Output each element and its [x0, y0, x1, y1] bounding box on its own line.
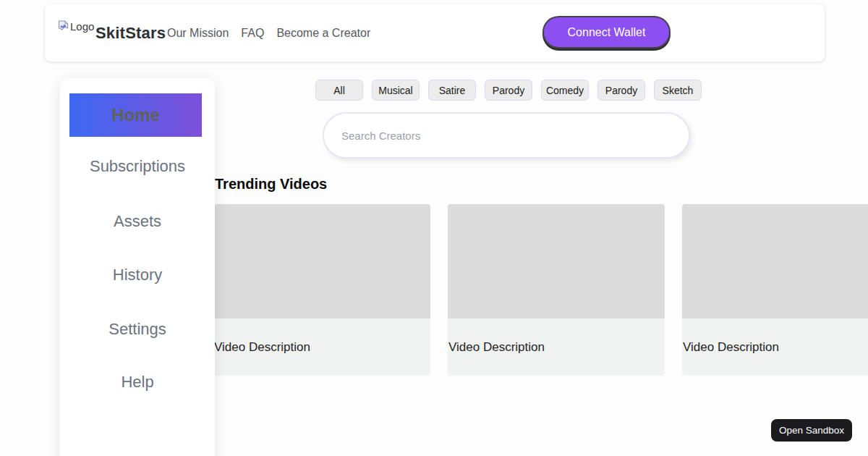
- nav-links: Our Mission FAQ Become a Creator: [167, 4, 370, 62]
- nav-link-become-a-creator[interactable]: Become a Creator: [276, 27, 370, 40]
- video-description: Video Description: [213, 340, 310, 355]
- sidebar: Home Subscriptions Assets History Settin…: [60, 78, 215, 456]
- filter-chip-parody-1[interactable]: Parody: [485, 80, 532, 101]
- video-description: Video Description: [448, 340, 545, 355]
- navbar: Logo SkitStars Our Mission FAQ Become a …: [45, 4, 825, 62]
- filter-chip-comedy[interactable]: Comedy: [541, 80, 589, 101]
- sidebar-item-help[interactable]: Help: [60, 372, 215, 392]
- broken-image-icon: [58, 20, 69, 33]
- sidebar-item-history[interactable]: History: [60, 265, 215, 285]
- sidebar-item-assets[interactable]: Assets: [60, 211, 215, 232]
- video-thumbnail[interactable]: [448, 204, 665, 318]
- trending-video-grid: Video Description Video Description Vide…: [213, 204, 868, 376]
- nav-link-our-mission[interactable]: Our Mission: [167, 27, 229, 40]
- connect-wallet-button[interactable]: Connect Wallet: [542, 16, 671, 48]
- sidebar-item-home[interactable]: Home: [69, 93, 202, 137]
- brand-name: SkitStars: [95, 4, 166, 62]
- video-card-body: Video Description: [682, 318, 868, 376]
- filter-chip-parody-2[interactable]: Parody: [597, 80, 645, 101]
- video-thumbnail[interactable]: [213, 204, 430, 318]
- search-input[interactable]: [323, 112, 690, 159]
- video-card-body: Video Description: [448, 318, 665, 376]
- video-card[interactable]: Video Description: [682, 204, 868, 376]
- video-card[interactable]: Video Description: [213, 204, 430, 376]
- video-thumbnail[interactable]: [682, 204, 868, 318]
- filter-chips: All Musical Satire Parody Comedy Parody …: [315, 80, 702, 101]
- filter-chip-musical[interactable]: Musical: [372, 80, 420, 101]
- sidebar-item-settings[interactable]: Settings: [60, 319, 215, 339]
- nav-link-faq[interactable]: FAQ: [241, 27, 264, 40]
- logo-image: Logo: [58, 20, 94, 33]
- video-description: Video Description: [682, 340, 779, 355]
- sidebar-item-subscriptions[interactable]: Subscriptions: [60, 156, 215, 177]
- logo-alt-text: Logo: [70, 20, 94, 33]
- open-sandbox-button[interactable]: Open Sandbox: [771, 419, 852, 442]
- video-card[interactable]: Video Description: [448, 204, 665, 376]
- filter-chip-all[interactable]: All: [315, 80, 363, 101]
- video-card-body: Video Description: [213, 318, 430, 376]
- filter-chip-sketch[interactable]: Sketch: [654, 80, 702, 101]
- section-title: Trending Videos: [215, 176, 327, 193]
- filter-chip-satire[interactable]: Satire: [428, 80, 476, 101]
